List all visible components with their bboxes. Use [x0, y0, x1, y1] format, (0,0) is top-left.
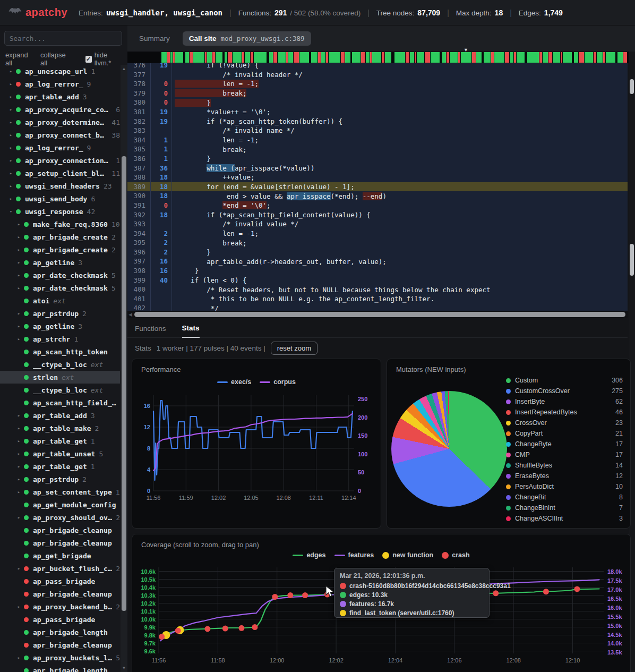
tree-item-apr_brigade_create[interactable]: ▸apr_brigade_create2: [0, 243, 120, 256]
mutator-legend-item-EraseBytes[interactable]: EraseBytes12: [506, 471, 623, 481]
chevron-right-icon[interactable]: ▸: [15, 438, 22, 444]
chevron-down-icon[interactable]: ▾: [7, 209, 14, 214]
chevron-right-icon[interactable]: ▸: [15, 464, 22, 469]
sidebar-scrollbar-thumb[interactable]: [122, 156, 126, 611]
tab-call-site[interactable]: Call site mod_proxy_uwsgi.c:389: [183, 31, 311, 46]
tree-item-ap_pass_brigade[interactable]: ap_pass_brigade: [0, 575, 120, 588]
code-line-397[interactable]: 39716 apr_table_add(r->headers_out, buff…: [127, 257, 628, 266]
search-input[interactable]: [4, 31, 122, 46]
chevron-right-icon[interactable]: ▸: [15, 604, 22, 609]
code-horizontal-scrollbar[interactable]: ◀: [127, 311, 628, 318]
chevron-right-icon[interactable]: ▸: [15, 477, 22, 482]
mutator-legend-item-CopyPart[interactable]: CopyPart21: [506, 428, 623, 439]
chevron-right-icon[interactable]: ▸: [15, 413, 22, 418]
chevron-right-icon[interactable]: ▸: [7, 132, 14, 138]
code-line-398[interactable]: 39816 }: [127, 266, 628, 276]
chevron-right-icon[interactable]: ▸: [7, 171, 14, 176]
chevron-right-icon[interactable]: ▸: [15, 260, 22, 265]
tree-item-ap_proxy_buckets_lif[interactable]: ▸ap_proxy_buckets_lif…5: [0, 651, 120, 664]
legend-item-exec/s[interactable]: exec/s: [217, 378, 251, 386]
h-scrollbar-thumb[interactable]: [134, 312, 625, 317]
code-line-377[interactable]: 377 /* invalid header */: [127, 70, 628, 80]
tree-item-atoi[interactable]: atoiext: [0, 294, 120, 307]
tab-functions[interactable]: Functions: [135, 325, 166, 337]
mutators-pie-chart[interactable]: [391, 391, 507, 507]
tree-item-apr_pstrdup[interactable]: ▸apr_pstrdup2: [0, 307, 120, 320]
tree-item-apr_brigade_cleanup[interactable]: apr_brigade_cleanup: [0, 524, 120, 537]
legend-item-edges[interactable]: edges: [293, 551, 325, 559]
mutator-legend-item-InsertRepeatedBytes[interactable]: InsertRepeatedBytes46: [506, 407, 623, 418]
code-line-402[interactable]: 402 */: [127, 303, 628, 311]
code-line-376[interactable]: 37619 if (!value) {: [127, 63, 628, 70]
chevron-right-icon[interactable]: ▸: [15, 311, 22, 316]
page-scrollbar-thumb[interactable]: [630, 79, 634, 94]
chevron-right-icon[interactable]: ▸: [15, 273, 22, 278]
code-line-384[interactable]: 3841 len = -1;: [127, 135, 628, 145]
code-line-395[interactable]: 3952 break;: [127, 238, 628, 248]
chevron-right-icon[interactable]: ▸: [15, 489, 22, 495]
mutator-legend-item-PersAutoDict[interactable]: PersAutoDict10: [506, 481, 623, 492]
code-line-391[interactable]: 3910 *end = '\0';: [127, 201, 628, 210]
tree-item-make_fake_req8360[interactable]: ▸make_fake_req.836010: [0, 218, 120, 231]
tree-item-apr_table_get[interactable]: ▸apr_table_get1: [0, 435, 120, 447]
tree-item-ap_proxy_determine_co[interactable]: ▸ap_proxy_determine_co…41: [0, 116, 120, 129]
tree-item-apr_date_checkmask[interactable]: ▸apr_date_checkmask5: [0, 282, 120, 294]
tree-item-apr_pstrdup[interactable]: ▸apr_pstrdup2: [0, 473, 120, 486]
mutator-legend-item-InsertByte[interactable]: InsertByte62: [506, 396, 623, 407]
code-line-393[interactable]: 393 /* invalid value */: [127, 219, 628, 229]
tree-item-apr_table_unset[interactable]: ▸apr_table_unset5: [0, 447, 120, 460]
chevron-right-icon[interactable]: ▸: [15, 655, 22, 660]
mutator-legend-item-ChangeBinInt[interactable]: ChangeBinInt7: [506, 503, 623, 513]
tree-item-ap_scan_http_field_con[interactable]: ap_scan_http_field_con…: [0, 396, 120, 409]
chevron-right-icon[interactable]: ▸: [15, 426, 22, 431]
tab-stats[interactable]: Stats: [182, 324, 200, 338]
code-line-386[interactable]: 3861 }: [127, 154, 628, 164]
tree-item-ap_pass_brigade[interactable]: ap_pass_brigade: [0, 613, 120, 626]
tree-item-ap_proxy_acquire_conne[interactable]: ▸ap_proxy_acquire_conne…6: [0, 103, 120, 116]
code-line-378[interactable]: 3780 len = -1;: [127, 79, 628, 89]
code-line-392[interactable]: 39218 if (*ap_scan_http_field_content(va…: [127, 210, 628, 220]
tree-item-ap_proxy_backend_bro[interactable]: ▸ap_proxy_backend_bro…2: [0, 600, 120, 613]
code-line-394[interactable]: 3942 len = -1;: [127, 229, 628, 239]
tree-item-apr_table_make[interactable]: ▸apr_table_make2: [0, 422, 120, 435]
code-line-400[interactable]: 400 /* Reset headers, but not to NULL be…: [127, 285, 628, 294]
tree-item-uwsgi_response[interactable]: ▾uwsgi_response42: [0, 205, 120, 218]
tab-summary[interactable]: Summary: [134, 31, 175, 46]
sidebar-scrollbar[interactable]: ▲ ▼: [121, 65, 127, 672]
tree-item-ap_unescape_url[interactable]: ▸ap_unescape_url1: [0, 65, 120, 78]
mutator-legend-item-ChangeByte[interactable]: ChangeByte17: [506, 439, 623, 449]
chevron-right-icon[interactable]: ▸: [15, 324, 22, 329]
chevron-right-icon[interactable]: ▸: [7, 107, 14, 112]
legend-item-features[interactable]: features: [334, 551, 374, 559]
code-line-379[interactable]: 3790 break;: [127, 89, 628, 98]
tree-item-ap_proxy_should_over[interactable]: ▸ap_proxy_should_over…2: [0, 511, 120, 524]
code-line-382[interactable]: 38219 if (*ap_scan_http_token(buffer)) {: [127, 117, 628, 126]
code-line-390[interactable]: 39018 end > value && apr_isspace(*end); …: [127, 191, 628, 201]
tree-item-apr_bucket_flush_cre[interactable]: ▸apr_bucket_flush_cre…2: [0, 562, 120, 575]
mutator-legend-item-CMP[interactable]: CMP17: [506, 449, 623, 460]
tree-item-ap_strchr[interactable]: ▸ap_strchr1: [0, 333, 120, 345]
legend-item-new-function[interactable]: new function: [382, 551, 433, 559]
tree-item-apr_brigade_length[interactable]: apr_brigade_length: [0, 626, 120, 639]
tree-item-ap_proxy_connection_cr[interactable]: ▸ap_proxy_connection_cr…1: [0, 154, 120, 167]
code-line-388[interactable]: 38818 ++value;: [127, 173, 628, 182]
tree-item-uwsgi_send_body[interactable]: ▸uwsgi_send_body6: [0, 192, 120, 205]
chevron-right-icon[interactable]: ▸: [7, 145, 14, 150]
tree-item-ap_get_module_config[interactable]: ap_get_module_config: [0, 498, 120, 511]
code-line-389[interactable]: 38918 for (end = &value[strlen(value) - …: [127, 182, 628, 192]
tree-item-apr_table_add[interactable]: ▸apr_table_add3: [0, 90, 120, 103]
tree-item-apr_brigade_cleanup[interactable]: apr_brigade_cleanup: [0, 639, 120, 651]
chevron-right-icon[interactable]: ▸: [15, 451, 22, 456]
tree-item-strlen[interactable]: strlenext: [0, 371, 120, 384]
tree-item-apr_brigade_cleanup[interactable]: apr_brigade_cleanup: [0, 588, 120, 600]
chevron-right-icon[interactable]: ▸: [15, 515, 22, 520]
tree-item-ap_log_rerror_[interactable]: ▸ap_log_rerror_9: [0, 141, 120, 154]
code-line-401[interactable]: 401 * this to be non NULL e.g. the ap_co…: [127, 294, 628, 304]
code-line-399[interactable]: 39940 if (len < 0) {: [127, 276, 628, 285]
tree-item-__ctype_b_loc[interactable]: __ctype_b_locext: [0, 358, 120, 371]
chevron-right-icon[interactable]: ▸: [7, 196, 14, 201]
tree-item-ap_log_rerror_[interactable]: ▸ap_log_rerror_9: [0, 78, 120, 90]
tree-item-ap_set_content_type[interactable]: ▸ap_set_content_type1: [0, 486, 120, 498]
mutator-legend-item-CrossOver[interactable]: CrossOver23: [506, 418, 623, 428]
code-line-396[interactable]: 3962 }: [127, 248, 628, 257]
